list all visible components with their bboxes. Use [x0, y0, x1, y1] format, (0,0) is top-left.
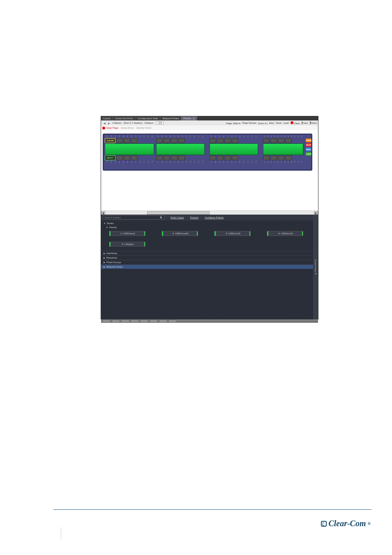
panel-key[interactable]	[263, 155, 270, 160]
panel-key[interactable]	[178, 138, 185, 143]
lcd-screen	[263, 143, 303, 155]
taskbar-button[interactable]	[140, 320, 148, 322]
stacked-keys-tab[interactable]: Stacked Keys ◀	[313, 215, 318, 319]
panel-canvas[interactable]: CLEAR REPLY	[101, 130, 318, 215]
panel-key[interactable]	[270, 138, 277, 143]
panel-key[interactable]	[171, 138, 178, 143]
panel-key[interactable]	[278, 138, 284, 143]
taskbar-button[interactable]	[131, 320, 139, 322]
tree-partylines[interactable]: Partylines	[101, 255, 313, 260]
scroll-left-arrow[interactable]: ◀	[101, 211, 105, 215]
identify-panel-button[interactable]: Identify Panel	[136, 127, 151, 129]
nav-forward-button[interactable]: ▶	[107, 122, 111, 125]
tab-layout[interactable]: Layout	[101, 116, 113, 120]
taskbar-button[interactable]	[159, 320, 167, 322]
panel-key[interactable]	[210, 138, 216, 143]
close-icon[interactable]: ✕	[193, 117, 195, 120]
breadcrumb-item-2[interactable]: (Port 5, I-Station)	[123, 122, 143, 124]
panel-key[interactable]	[224, 138, 231, 143]
tree-interfaces[interactable]: Interfaces	[101, 251, 313, 255]
taskbar-button[interactable]	[168, 320, 177, 322]
paste-button[interactable]: Paste	[310, 122, 317, 124]
panel-key[interactable]	[178, 155, 185, 160]
clear-button[interactable]: Clear	[291, 121, 300, 125]
bottom-panel: Search Entities 🔍 Entity Types Frames Co…	[101, 215, 318, 319]
copy-button[interactable]: Copy	[302, 122, 308, 124]
horizontal-scrollbar[interactable]: ◀ ▶	[101, 210, 318, 215]
liste-button[interactable]: LISTE	[306, 152, 311, 156]
palette-item-4[interactable]: 4: V2RLKo15	[267, 231, 303, 236]
tab-config-help[interactable]: Configuration Help	[136, 116, 161, 120]
palette-item-1[interactable]: 1: V2RLKeo1	[109, 231, 145, 236]
breadcrumb-item-3[interactable]: I-Station	[143, 122, 154, 124]
page-names-menu[interactable]: Page Names	[242, 122, 256, 124]
panel-key[interactable]	[164, 155, 170, 160]
nav-back-button[interactable]: ◀	[102, 122, 107, 125]
panel-key[interactable]	[116, 155, 123, 160]
clear-icon	[291, 121, 293, 124]
panel-key[interactable]	[232, 155, 238, 160]
panel-key[interactable]	[217, 138, 224, 143]
taskbar-button[interactable]	[112, 320, 120, 322]
panel-key[interactable]	[210, 155, 216, 160]
panel-key[interactable]	[156, 155, 163, 160]
load-button[interactable]: Load	[283, 122, 288, 124]
tree-fixed-groups[interactable]: Fixed Groups	[101, 260, 313, 264]
palette-row-1: 1: V2RLKeo1 2: V2RLKuoh2 3: V2RLKo15 4: …	[101, 229, 313, 240]
panel-key[interactable]	[285, 155, 292, 160]
panel-key[interactable]	[131, 155, 138, 160]
tabs-bar: Layout Cards And Ports Configuration Hel…	[101, 116, 318, 120]
panel-key[interactable]	[171, 155, 178, 160]
reply-key-label[interactable]: REPLY	[105, 155, 115, 160]
panel-key[interactable]	[270, 155, 277, 160]
audio-mixer-button[interactable]: Audio Mixer	[121, 127, 134, 129]
taskbar-button[interactable]	[150, 320, 158, 322]
scroll-track[interactable]	[105, 211, 314, 215]
panel-key[interactable]	[217, 155, 224, 160]
panel-key[interactable]	[116, 138, 123, 143]
zoom-menu[interactable]: Zoom ▾ |	[258, 122, 267, 125]
clear-key-label[interactable]: CLEAR	[105, 138, 115, 143]
clear-page-button[interactable]: Clear Page	[102, 127, 118, 130]
panel-key[interactable]	[124, 138, 130, 143]
scroll-right-arrow[interactable]: ▶	[314, 211, 318, 215]
palette-row-2: 5: I-Station	[101, 240, 313, 251]
palette-item-2[interactable]: 2: V2RLKuoh2	[162, 231, 198, 236]
taskbar-button[interactable]	[121, 320, 129, 322]
tree-studio[interactable]: Studio	[101, 221, 313, 225]
palette-item-5[interactable]: 5: I-Station	[109, 242, 145, 247]
panel-key[interactable]	[131, 138, 138, 143]
caret-down-icon	[106, 226, 108, 229]
scroll-thumb[interactable]	[147, 211, 210, 215]
panel-key[interactable]	[164, 138, 170, 143]
configure-palette-link[interactable]: Configure Palette	[205, 216, 224, 219]
panel-key[interactable]	[285, 138, 292, 143]
tree-panels[interactable]: Panels	[101, 225, 313, 229]
panel-key[interactable]	[232, 138, 238, 143]
panel-key[interactable]	[278, 155, 284, 160]
tab-panels[interactable]: Panels ✕	[181, 116, 197, 120]
page-index-dropdown[interactable]: - 0/0	[156, 121, 164, 125]
tick-marks	[105, 161, 154, 163]
rd-mi-button[interactable]: RD MI	[306, 143, 311, 147]
toolbar: Clear Page Audio Mixer Identify Panel	[101, 125, 318, 130]
panel-key[interactable]	[263, 138, 270, 143]
gm-mi-button[interactable]: GM MI	[306, 139, 311, 142]
frames-link[interactable]: Frames	[190, 216, 198, 219]
tree-beltpack-roles[interactable]: Beltpack Roles	[101, 264, 313, 269]
tab-beltpack-roles[interactable]: Beltpack Roles	[160, 116, 181, 120]
panel-key[interactable]	[156, 138, 163, 143]
panel-key[interactable]	[124, 155, 130, 160]
entity-types-link[interactable]: Entity Types	[171, 216, 184, 219]
search-input[interactable]: Search Entities 🔍	[103, 215, 164, 220]
palette-item-3[interactable]: 3: V2RLKo15	[214, 231, 251, 236]
keys-menu[interactable]: keys	[269, 122, 274, 124]
panel-key[interactable]	[224, 155, 231, 160]
mkrl-button[interactable]: MKRL	[306, 148, 311, 151]
taskbar-button[interactable]	[102, 320, 111, 322]
tick-marks	[210, 135, 258, 138]
tab-cards-ports[interactable]: Cards And Ports	[113, 116, 136, 120]
save-button[interactable]: Save	[276, 122, 282, 124]
page-main-menu[interactable]: Page: Main ▾	[226, 122, 240, 125]
breadcrumb-item-1[interactable]: I-Station:	[111, 122, 123, 124]
